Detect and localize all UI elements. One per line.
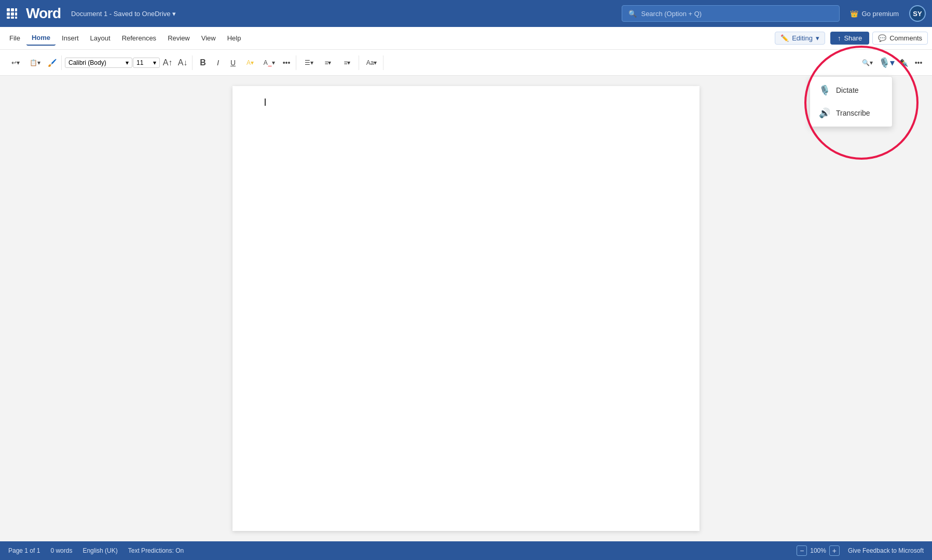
page-info: Page 1 of 1	[8, 547, 40, 554]
font-group: Calibri (Body) ▾ 11 ▾ A↑ A↓	[63, 55, 193, 70]
dictate-label: Dictate	[836, 86, 859, 94]
find-button[interactable]: 🔍▾	[858, 55, 876, 70]
menu-help[interactable]: Help	[222, 31, 246, 45]
svg-rect-6	[7, 17, 10, 19]
feedback-link[interactable]: Give Feedback to Microsoft	[848, 547, 924, 554]
zoom-controls: − 100% +	[797, 545, 840, 556]
svg-rect-0	[7, 8, 10, 11]
bold-button[interactable]: B	[196, 55, 210, 70]
zoom-level: 100%	[810, 547, 826, 554]
more-text-options-button[interactable]: •••	[279, 55, 294, 70]
user-avatar[interactable]: SY	[909, 5, 926, 22]
pencil-icon: ✏️	[780, 34, 789, 42]
font-size-chevron-icon: ▾	[153, 59, 156, 66]
increase-font-button[interactable]: A↑	[160, 55, 175, 70]
search-bar[interactable]: 🔍 Search (Option + Q)	[622, 5, 840, 22]
undo-redo-group: ↩▾ 📋▾ 🖌️	[4, 55, 62, 70]
menu-insert[interactable]: Insert	[57, 31, 84, 45]
title-right: 👑 Go premium SY	[846, 5, 926, 22]
list-group: ☰▾ ≡▾ ≡▾	[297, 55, 359, 70]
status-bar: Page 1 of 1 0 words English (UK) Text Pr…	[0, 541, 932, 560]
svg-rect-2	[15, 8, 17, 11]
svg-rect-3	[7, 12, 10, 16]
transcribe-icon: 🔊	[818, 107, 831, 119]
text-cursor	[265, 99, 266, 106]
format-painter-button[interactable]: 🖌️	[45, 55, 59, 70]
go-premium-label: Go premium	[861, 10, 899, 18]
menu-file[interactable]: File	[4, 31, 25, 45]
crown-icon: 👑	[850, 10, 858, 18]
svg-rect-1	[11, 8, 14, 11]
transcribe-option[interactable]: 🔊 Transcribe	[810, 102, 892, 124]
word-logo: Word	[26, 5, 61, 22]
title-bar: Word Document 1 - Saved to OneDrive ▾ 🔍 …	[0, 0, 932, 27]
font-name-label: Calibri (Body)	[68, 59, 106, 66]
editing-label: Editing	[792, 34, 813, 42]
menu-layout[interactable]: Layout	[85, 31, 116, 45]
font-family-selector[interactable]: Calibri (Body) ▾	[65, 58, 132, 68]
share-button[interactable]: ↑ Share	[830, 32, 869, 45]
more-options-button[interactable]: •••	[911, 55, 926, 70]
doc-title[interactable]: Document 1 - Saved to OneDrive ▾	[71, 10, 615, 18]
status-right: − 100% + Give Feedback to Microsoft	[797, 545, 924, 556]
comments-label: Comments	[889, 34, 922, 42]
menu-review[interactable]: Review	[162, 31, 195, 45]
svg-rect-8	[15, 17, 17, 19]
font-chevron-icon: ▾	[126, 59, 129, 66]
decrease-font-button[interactable]: A↓	[175, 55, 190, 70]
numbered-list-button[interactable]: ≡▾	[319, 55, 337, 70]
underline-button[interactable]: U	[226, 55, 240, 70]
share-icon: ↑	[838, 34, 841, 42]
clipboard-button[interactable]: 📋▾	[25, 55, 44, 70]
menu-references[interactable]: References	[117, 31, 161, 45]
comment-icon: 💬	[878, 34, 886, 42]
go-premium-button[interactable]: 👑 Go premium	[846, 8, 903, 20]
search-icon: 🔍	[628, 10, 637, 18]
bullet-list-button[interactable]: ☰▾	[299, 55, 318, 70]
dictate-option[interactable]: 🎙️ Dictate	[810, 79, 892, 102]
font-size-selector[interactable]: 11 ▾	[133, 58, 160, 68]
waffle-icon[interactable]	[6, 8, 18, 19]
text-predictions: Text Predictions: On	[128, 547, 184, 554]
dictate-dropdown: 🎙️ Dictate 🔊 Transcribe	[810, 76, 893, 127]
highlight-button[interactable]: A▾	[241, 55, 259, 70]
search-placeholder: Search (Option + Q)	[641, 10, 702, 18]
styles-group: Aa▾	[360, 55, 383, 70]
language: English (UK)	[83, 547, 117, 554]
svg-rect-4	[11, 12, 14, 16]
svg-rect-7	[11, 17, 14, 19]
share-label: Share	[844, 34, 862, 42]
rewrite-button[interactable]: ✒️	[896, 55, 911, 70]
zoom-out-button[interactable]: −	[797, 545, 807, 556]
zoom-in-button[interactable]: +	[829, 545, 840, 556]
toolbar: ↩▾ 📋▾ 🖌️ Calibri (Body) ▾ 11 ▾ A↑ A↓ B I…	[0, 50, 932, 76]
alignment-button[interactable]: ≡▾	[338, 55, 357, 70]
menu-home[interactable]: Home	[26, 31, 56, 46]
dictate-toolbar-button[interactable]: 🎙️▾	[877, 55, 896, 70]
comments-button[interactable]: 💬 Comments	[872, 32, 928, 45]
svg-rect-5	[15, 12, 17, 16]
undo-button[interactable]: ↩▾	[6, 55, 25, 70]
menu-bar: File Home Insert Layout References Revie…	[0, 27, 932, 50]
chevron-down-icon: ▾	[816, 34, 819, 42]
document-page[interactable]	[232, 86, 700, 531]
font-size-label: 11	[136, 59, 143, 66]
document-area[interactable]	[0, 76, 932, 541]
styles-button[interactable]: Aa▾	[362, 55, 381, 70]
transcribe-label: Transcribe	[836, 109, 870, 117]
voice-group: 🔍▾ 🎙️▾ ✒️ •••	[856, 55, 928, 70]
editing-button[interactable]: ✏️ Editing ▾	[775, 32, 825, 45]
text-format-group: B I U A▾ A_▾ •••	[194, 55, 296, 70]
dictate-icon: 🎙️	[818, 84, 831, 96]
word-count: 0 words	[50, 547, 72, 554]
font-color-button[interactable]: A_▾	[260, 55, 279, 70]
italic-button[interactable]: I	[211, 55, 225, 70]
menu-view[interactable]: View	[196, 31, 221, 45]
